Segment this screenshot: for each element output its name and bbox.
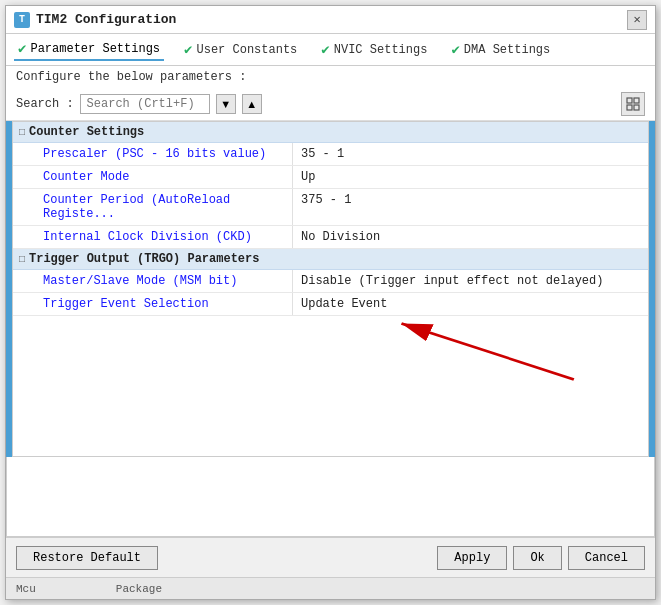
tabs-bar: ✔ Parameter Settings ✔ User Constants ✔ …: [6, 34, 655, 66]
search-label: Search :: [16, 97, 74, 111]
cancel-button[interactable]: Cancel: [568, 546, 645, 570]
close-button[interactable]: ✕: [627, 10, 647, 30]
param-value-clock-division[interactable]: No Division: [293, 226, 648, 248]
svg-rect-3: [634, 105, 639, 110]
title-bar: T TIM2 Configuration ✕: [6, 6, 655, 34]
section-trigger-label: Trigger Output (TRGO) Parameters: [29, 252, 259, 266]
window-icon: T: [14, 12, 30, 28]
content-wrapper: □ Counter Settings Prescaler (PSC - 16 b…: [6, 121, 655, 537]
info-panel: [6, 457, 655, 537]
table-row: Counter Period (AutoReload Registe... 37…: [13, 189, 648, 226]
tab-label-parameter-settings: Parameter Settings: [30, 42, 160, 56]
check-icon-dma: ✔: [451, 41, 459, 58]
footer-right-buttons: Apply Ok Cancel: [437, 546, 645, 570]
search-bar: Search : ▼ ▲: [6, 88, 655, 121]
ok-button[interactable]: Ok: [513, 546, 561, 570]
subtitle-text: Configure the below parameters :: [16, 70, 246, 84]
param-name-prescaler: Prescaler (PSC - 16 bits value): [13, 143, 293, 165]
param-value-counter-mode[interactable]: Up: [293, 166, 648, 188]
bottom-package-label: Package: [116, 583, 162, 595]
tab-user-constants[interactable]: ✔ User Constants: [180, 39, 301, 60]
table-row: Internal Clock Division (CKD) No Divisio…: [13, 226, 648, 249]
param-name-master-slave: Master/Slave Mode (MSM bit): [13, 270, 293, 292]
section-trigger-output[interactable]: □ Trigger Output (TRGO) Parameters: [13, 249, 648, 270]
grid-icon: [626, 97, 640, 111]
footer-bar: Restore Default Apply Ok Cancel: [6, 537, 655, 577]
param-name-trigger-event: Trigger Event Selection: [13, 293, 293, 315]
section-counter-settings[interactable]: □ Counter Settings: [13, 122, 648, 143]
param-value-prescaler[interactable]: 35 - 1: [293, 143, 648, 165]
section-counter-label: Counter Settings: [29, 125, 144, 139]
check-icon-param: ✔: [18, 40, 26, 57]
window-title: TIM2 Configuration: [36, 12, 176, 27]
param-value-trigger-event[interactable]: Update Event: [293, 293, 648, 315]
bottom-mcu-label: Mcu: [16, 583, 36, 595]
parameter-table: □ Counter Settings Prescaler (PSC - 16 b…: [12, 121, 649, 457]
search-input[interactable]: [80, 94, 210, 114]
apply-button[interactable]: Apply: [437, 546, 507, 570]
bottom-bar: Mcu Package: [6, 577, 655, 599]
tab-label-dma-settings: DMA Settings: [464, 43, 550, 57]
svg-rect-1: [634, 98, 639, 103]
check-icon-nvic: ✔: [321, 41, 329, 58]
table-row: Counter Mode Up: [13, 166, 648, 189]
svg-rect-0: [627, 98, 632, 103]
tab-parameter-settings[interactable]: ✔ Parameter Settings: [14, 38, 164, 61]
collapse-icon-trigger: □: [19, 254, 25, 265]
tab-dma-settings[interactable]: ✔ DMA Settings: [447, 39, 554, 60]
tab-nvic-settings[interactable]: ✔ NVIC Settings: [317, 39, 431, 60]
param-value-master-slave[interactable]: Disable (Trigger input effect not delaye…: [293, 270, 648, 292]
param-name-counter-mode: Counter Mode: [13, 166, 293, 188]
tab-label-nvic-settings: NVIC Settings: [334, 43, 428, 57]
title-bar-left: T TIM2 Configuration: [14, 12, 176, 28]
grid-view-button[interactable]: [621, 92, 645, 116]
subtitle: Configure the below parameters :: [6, 66, 655, 88]
param-name-clock-division: Internal Clock Division (CKD): [13, 226, 293, 248]
table-row: Trigger Event Selection Update Event: [13, 293, 648, 316]
search-up-button[interactable]: ▲: [242, 94, 262, 114]
table-row: Master/Slave Mode (MSM bit) Disable (Tri…: [13, 270, 648, 293]
svg-rect-2: [627, 105, 632, 110]
search-down-button[interactable]: ▼: [216, 94, 236, 114]
tab-label-user-constants: User Constants: [197, 43, 298, 57]
collapse-icon-counter: □: [19, 127, 25, 138]
table-row: Prescaler (PSC - 16 bits value) 35 - 1: [13, 143, 648, 166]
main-window: T TIM2 Configuration ✕ ✔ Parameter Setti…: [5, 5, 656, 600]
param-value-counter-period[interactable]: 375 - 1: [293, 189, 648, 225]
param-area: □ Counter Settings Prescaler (PSC - 16 b…: [6, 121, 655, 457]
param-name-counter-period: Counter Period (AutoReload Registe...: [13, 189, 293, 225]
check-icon-user: ✔: [184, 41, 192, 58]
right-accent-bar: [649, 121, 655, 457]
restore-default-button[interactable]: Restore Default: [16, 546, 158, 570]
